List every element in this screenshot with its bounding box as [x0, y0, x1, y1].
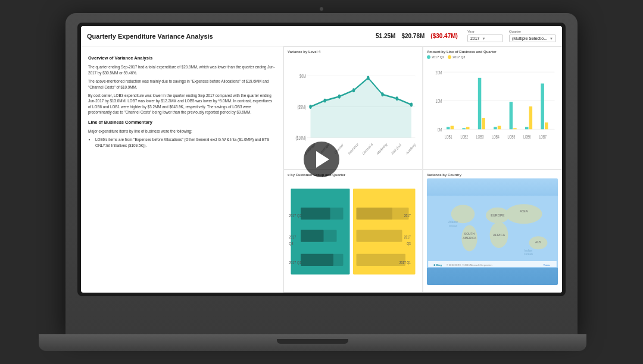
chart-customer-group: x by Customer Group and Quarter Brokerag…: [283, 170, 423, 293]
svg-text:($10M): ($10M): [295, 135, 305, 142]
svg-point-8: [324, 99, 326, 103]
svg-text:ASIA: ASIA: [520, 209, 529, 213]
svg-rect-67: [357, 254, 406, 266]
para1: The quarter ending Sep-2017 had a total …: [88, 64, 276, 76]
svg-text:2017 Q1: 2017 Q1: [399, 261, 411, 265]
svg-text:Marketing: Marketing: [376, 142, 387, 156]
svg-text:LOB2: LOB2: [460, 134, 468, 139]
svg-rect-66: [357, 230, 402, 242]
para3: By cost center, LOB3 expenditure was low…: [88, 93, 276, 115]
svg-rect-32: [466, 127, 470, 129]
svg-text:© 2015 HERE, © 2015 Microsoft : © 2015 HERE, © 2015 Microsoft Corporatio…: [447, 264, 492, 266]
chart-map: Variance by Country: [423, 170, 562, 293]
kpi-3: ($30.47M): [430, 33, 458, 39]
year-filter-group: Year 2017 ▼: [467, 30, 503, 42]
svg-text:LOB5: LOB5: [508, 134, 516, 139]
report-title: Quarterly Expenditure Variance Analysis: [87, 33, 376, 40]
svg-text:EUROPE: EUROPE: [491, 214, 505, 217]
svg-point-13: [396, 96, 398, 101]
quarter-filter-group: Quarter (Multiple Selectio... ▼: [509, 30, 556, 42]
chart4-title: Variance by Country: [427, 173, 558, 177]
svg-text:Ocean: Ocean: [524, 253, 533, 256]
svg-text:Risk (incl.: Risk (incl.: [391, 142, 402, 155]
laptop-screen: Quarterly Expenditure Variance Analysis …: [81, 26, 562, 293]
svg-text:2017: 2017: [404, 214, 411, 218]
svg-text:Insurance: Insurance: [348, 142, 358, 156]
filter-section: Year 2017 ▼ Quarter (Multiple Selectio..…: [467, 30, 556, 42]
svg-point-7: [309, 105, 311, 109]
quarter-filter-label: Quarter: [509, 30, 556, 33]
svg-rect-38: [513, 128, 517, 129]
bullet-item-1: LOB6's items are from "Expenses before A…: [95, 137, 276, 148]
kpi-2: $20.78M: [401, 33, 424, 39]
svg-text:General &: General &: [362, 142, 373, 156]
legend-q2: 2017 Q2: [427, 55, 444, 59]
svg-rect-31: [462, 128, 466, 129]
svg-text:2017: 2017: [404, 235, 411, 239]
svg-text:$0M: $0M: [299, 73, 306, 80]
svg-text:0M: 0M: [438, 127, 442, 133]
svg-text:2017 Q1: 2017 Q1: [289, 260, 301, 265]
svg-rect-33: [478, 78, 482, 130]
svg-rect-42: [545, 123, 548, 130]
svg-rect-29: [447, 127, 450, 129]
kpi-section: 51.25M $20.78M ($30.47M): [376, 33, 458, 39]
svg-rect-37: [510, 102, 513, 129]
svg-point-11: [367, 76, 369, 80]
para2: The above-mentioned reduction was mainly…: [88, 79, 276, 90]
chart2-legend: 2017 Q2 2017 Q3: [427, 55, 558, 59]
svg-point-75: [505, 204, 542, 224]
text-panel: Overview of Variance Analysis The quarte…: [81, 46, 283, 293]
camera: [320, 7, 323, 11]
laptop-base: [39, 334, 586, 351]
laptop-body: Quarterly Expenditure Variance Analysis …: [65, 13, 578, 334]
legend-q3-label: 2017 Q3: [452, 55, 465, 59]
svg-point-14: [410, 103, 413, 107]
svg-point-12: [381, 92, 383, 96]
para4: Major expenditure items by line of busin…: [88, 128, 276, 134]
svg-text:LOB7: LOB7: [539, 134, 547, 139]
year-filter-label: Year: [467, 30, 503, 33]
year-dropdown[interactable]: 2017 ▼: [467, 34, 503, 42]
svg-rect-40: [529, 106, 533, 129]
svg-point-10: [352, 88, 355, 92]
svg-text:Retail: Retail: [382, 183, 391, 188]
svg-text:AFRICA: AFRICA: [493, 233, 505, 237]
svg-rect-65: [357, 208, 393, 219]
svg-rect-41: [541, 83, 544, 129]
svg-rect-60: [301, 230, 324, 242]
svg-marker-6: [311, 78, 411, 137]
svg-rect-34: [482, 118, 485, 129]
svg-rect-39: [525, 127, 529, 129]
svg-text:10M: 10M: [436, 98, 442, 105]
year-value: 2017: [470, 36, 480, 40]
legend-q2-label: 2017 Q2: [432, 55, 444, 59]
year-arrow: ▼: [482, 37, 485, 40]
svg-text:LOB1: LOB1: [445, 134, 452, 139]
world-map: EUROPE ASIA AFRICA: [427, 178, 558, 285]
chart-variance-level4: Variance by Level 4 $0M: [283, 46, 423, 170]
stacked-chart: Brokerage Retail 2017 Q2: [288, 178, 419, 281]
svg-text:Atlantic: Atlantic: [448, 221, 458, 224]
svg-text:⊕ Bing: ⊕ Bing: [433, 263, 442, 266]
legend-q3-dot: [448, 55, 451, 59]
svg-text:Indian: Indian: [525, 249, 533, 252]
svg-text:AMERICA: AMERICA: [463, 237, 476, 240]
section2-heading: Line of Business Commentary: [88, 119, 276, 125]
legend-q2-dot: [427, 55, 430, 59]
svg-point-9: [338, 95, 341, 99]
svg-text:LOB4: LOB4: [492, 134, 500, 139]
chart3-title: x by Customer Group and Quarter: [288, 173, 419, 177]
svg-rect-30: [451, 126, 454, 130]
svg-text:($5M): ($5M): [297, 104, 305, 111]
screen-bezel: Quarterly Expenditure Variance Analysis …: [77, 23, 566, 296]
bar-chart: 20M 10M 0M: [427, 61, 558, 164]
chart2-title: Amount by Line of Business and Quarter: [427, 50, 558, 54]
header-bar: Quarterly Expenditure Variance Analysis …: [81, 26, 562, 46]
section1-heading: Overview of Variance Analysis: [88, 55, 276, 61]
svg-text:LOB3: LOB3: [476, 134, 484, 139]
chart-lob-quarter: Amount by Line of Business and Quarter 2…: [423, 46, 562, 170]
play-button[interactable]: [304, 142, 339, 177]
quarter-arrow: ▼: [550, 37, 553, 40]
quarter-dropdown[interactable]: (Multiple Selectio... ▼: [509, 34, 556, 42]
